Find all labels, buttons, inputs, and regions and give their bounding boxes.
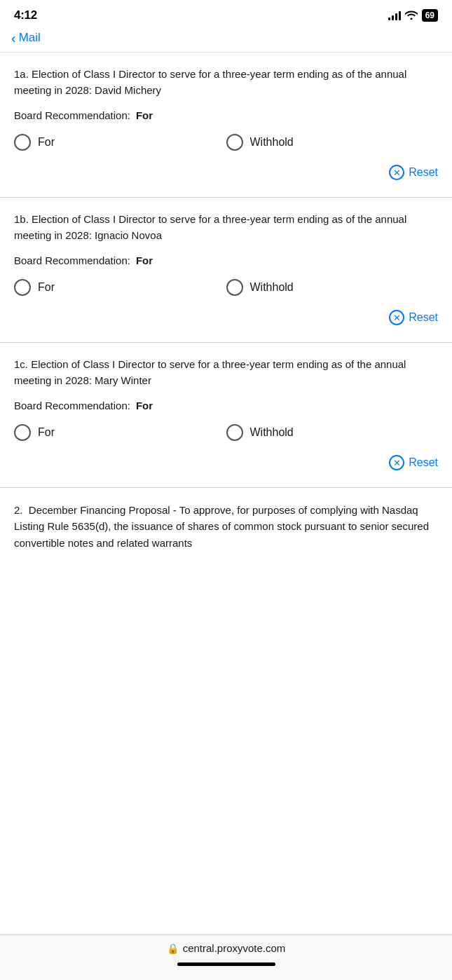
proposal-1b-reset-label: Reset [409,311,438,324]
proposal-2-title: 2. December Financing Proposal - To appr… [14,502,438,551]
proposal-1a-reset-button[interactable]: ✕ Reset [389,165,438,180]
proposal-1c-rec-value: For [136,400,153,411]
proposal-1b-for-option[interactable]: For [14,279,226,296]
proposal-1c-title: 1c. Election of Class I Director to serv… [14,357,438,388]
nav-bar: ‹ Mail [0,27,452,53]
proposal-1c-vote-options: For Withhold [14,424,438,441]
proposal-1c-reset-button[interactable]: ✕ Reset [389,455,438,470]
status-icons: 69 [388,9,438,22]
proposal-1c-rec-label: Board Recommendation: [14,400,130,411]
proposal-1a-for-label: For [38,136,55,149]
proposal-1a-vote-options: For Withhold [14,134,438,151]
lock-icon: 🔒 [167,943,179,954]
proposal-1b-withhold-option[interactable]: Withhold [226,279,439,296]
proposal-1a-recommendation: Board Recommendation: For [14,109,438,121]
battery-level: 69 [425,11,434,20]
url-text: central.proxyvote.com [183,942,286,954]
proposal-1c-recommendation: Board Recommendation: For [14,400,438,411]
proposal-1a-rec-value: For [136,109,153,121]
proposal-1a-withhold-radio[interactable] [226,134,243,151]
proposal-1b-section: 1b. Election of Class I Director to serv… [0,198,452,343]
bottom-url-bar: 🔒 central.proxyvote.com [167,942,286,954]
proposal-1c-withhold-option[interactable]: Withhold [226,424,439,441]
reset-x-icon-1b: ✕ [389,310,404,325]
proposal-1c-section: 1c. Election of Class I Director to serv… [0,343,452,488]
bottom-bar: 🔒 central.proxyvote.com [0,934,452,980]
reset-x-icon-1a: ✕ [389,165,404,180]
proposal-1b-for-radio[interactable] [14,279,31,296]
proposal-1c-withhold-radio[interactable] [226,424,243,441]
back-label: Mail [19,31,41,45]
proposal-1b-withhold-label: Withhold [250,281,294,294]
home-indicator [177,962,275,966]
back-chevron-icon: ‹ [11,31,16,45]
proposal-1a-for-option[interactable]: For [14,134,226,151]
proposal-1b-recommendation: Board Recommendation: For [14,254,438,266]
proposal-1b-rec-label: Board Recommendation: [14,254,130,266]
status-time: 4:12 [14,8,37,22]
wifi-icon [405,10,418,22]
signal-bars-icon [388,11,401,20]
proposal-1a-for-radio[interactable] [14,134,31,151]
proposal-1c-for-option[interactable]: For [14,424,226,441]
proposal-1c-withhold-label: Withhold [250,426,294,439]
proposal-1b-for-label: For [38,281,55,294]
proposal-1a-reset-row: ✕ Reset [14,161,438,190]
proposal-1b-rec-value: For [136,254,153,266]
proposal-1a-withhold-label: Withhold [250,136,294,149]
content-area: 1a. Election of Class I Director to serv… [0,53,452,562]
proposal-1c-reset-row: ✕ Reset [14,451,438,480]
proposal-1c-reset-label: Reset [409,456,438,469]
proposal-1b-title: 1b. Election of Class I Director to serv… [14,212,438,243]
reset-x-icon-1c: ✕ [389,455,404,470]
battery-icon: 69 [422,9,438,22]
back-button[interactable]: ‹ Mail [11,31,41,45]
proposal-1b-vote-options: For Withhold [14,279,438,296]
proposal-1b-reset-row: ✕ Reset [14,306,438,335]
status-bar: 4:12 69 [0,0,452,27]
proposal-1a-section: 1a. Election of Class I Director to serv… [0,53,452,198]
proposal-1a-title: 1a. Election of Class I Director to serv… [14,67,438,98]
proposal-1c-for-radio[interactable] [14,424,31,441]
proposal-2-section: 2. December Financing Proposal - To appr… [0,488,452,562]
proposal-1b-reset-button[interactable]: ✕ Reset [389,310,438,325]
proposal-1c-for-label: For [38,426,55,439]
proposal-1a-reset-label: Reset [409,166,438,179]
proposal-1b-withhold-radio[interactable] [226,279,243,296]
proposal-1a-withhold-option[interactable]: Withhold [226,134,439,151]
proposal-1a-rec-label: Board Recommendation: [14,109,130,121]
